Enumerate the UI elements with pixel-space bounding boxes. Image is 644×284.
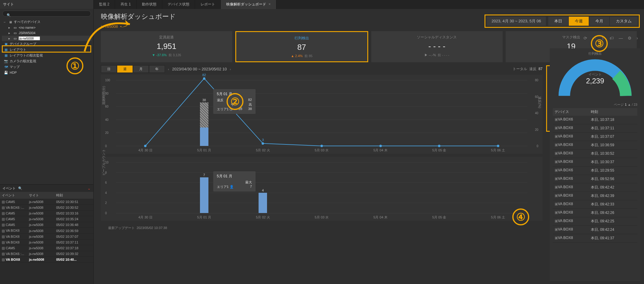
event-row[interactable]: CAM5js-rw500805/02 10:35:24 <box>0 216 93 222</box>
event-row[interactable]: VA BOX8js-rw500805/02 10:37:07 <box>0 234 93 239</box>
range-next-icon[interactable]: › <box>230 67 231 71</box>
sidebar: サイト 🔍 − 🖥 すべてのデバイス ▸ ▭ <no name> ▸ ▭ JSR… <box>0 0 94 284</box>
tree-label: マップ <box>10 65 20 69</box>
line-point[interactable] <box>320 145 323 147</box>
tree-item-jsrw5008[interactable]: ▸ ▭ <box>2 36 92 41</box>
expand-icon[interactable]: ▸ <box>8 37 11 40</box>
chevron-down-icon[interactable]: ⌄ <box>87 186 91 191</box>
y-tick: 0 <box>105 211 107 215</box>
live-row[interactable]: ▣VA BOX8本日, 09:42:33 <box>553 200 637 209</box>
gear-icon[interactable]: ⚙ <box>628 36 632 40</box>
collapse-icon[interactable]: − <box>4 20 7 24</box>
minimize-icon[interactable]: — <box>619 36 623 40</box>
col-event[interactable]: イベント <box>0 192 27 199</box>
expand-icon[interactable]: ▸ <box>8 31 11 35</box>
export-icon[interactable]: ⇪ <box>601 36 605 40</box>
chevron-icon[interactable]: › <box>636 36 638 40</box>
live-row[interactable]: ▣VA BOX6本日, 10:29:55 <box>553 166 637 175</box>
live-row[interactable]: ▣VA BOX8本日, 10:30:37 <box>553 158 637 166</box>
tree-item-layout[interactable]: ▦ レイアウト <box>2 47 92 53</box>
tree-rename-input[interactable] <box>19 37 40 40</box>
server-icon: ▭ <box>13 31 18 35</box>
live-table[interactable]: ▣VA BOX6本日, 10:37:18▣VA BOX8本日, 10:37:11… <box>553 116 637 278</box>
live-row[interactable]: ▣VA BOX8本日, 09:41:37 <box>553 234 637 243</box>
more-icon[interactable]: ⋯ <box>592 36 596 40</box>
expand-icon[interactable]: ▸ <box>8 26 11 30</box>
pager-up-icon[interactable]: ▲ <box>628 103 631 106</box>
event-row[interactable]: CAM5js-rw500805/02 10:37:18 <box>0 245 93 251</box>
live-row[interactable]: ▣VA BOX8本日, 10:37:07 <box>553 133 637 141</box>
line-point[interactable] <box>144 145 147 147</box>
bar[interactable] <box>259 193 267 213</box>
device-icon: ▣ <box>555 236 558 240</box>
close-icon[interactable]: × <box>269 2 271 6</box>
tab-再生 1[interactable]: 再生 1 <box>115 0 137 9</box>
tree-item-noname[interactable]: ▸ ▭ <no name> <box>2 25 92 30</box>
event-row[interactable]: VA BOX6 :...js-rw500805/02 10:30:52 <box>0 205 93 211</box>
kpi-title: 定員超過 <box>104 35 229 40</box>
date-seg-今月[interactable]: 今月 <box>589 17 609 26</box>
live-row[interactable]: ▣VA BOX8本日, 09:42:42 <box>553 183 637 192</box>
date-seg-カスタム[interactable]: カスタム <box>610 17 638 26</box>
refresh-icon[interactable]: ⟳ <box>584 36 587 40</box>
live-row[interactable]: ▣VA BOX8本日, 09:42:25 <box>553 217 637 226</box>
line-point[interactable] <box>203 77 205 80</box>
date-seg-今週[interactable]: 今週 <box>569 17 589 26</box>
live-row[interactable]: ▣VA BOX6本日, 10:37:18 <box>553 116 637 124</box>
tab-映像解析ダッシュボード[interactable]: 映像解析ダッシュボード× <box>221 0 276 9</box>
sidebar-search-input[interactable] <box>2 11 91 17</box>
period-btn-年[interactable]: 年 <box>149 65 165 73</box>
tab-動作状態[interactable]: 動作状態 <box>137 0 162 9</box>
event-row[interactable]: VA BOX6 :...js-rw500805/02 10:39:32 <box>0 251 93 257</box>
date-seg-本日[interactable]: 本日 <box>548 17 568 26</box>
tree-root[interactable]: − 🖥 すべてのデバイス <box>2 19 92 25</box>
kpi-card[interactable]: 行列検出 87 ▲ 2.4% 前 85 <box>235 31 369 62</box>
event-row[interactable]: VA BOX8js-rw500805/02 10:40... <box>0 257 93 262</box>
range-prev-icon[interactable]: ‹ <box>168 67 169 71</box>
event-row[interactable]: CAM5js-rw500805/02 10:36:48 <box>0 222 93 228</box>
bar[interactable] <box>200 127 208 146</box>
event-row[interactable]: CAM5js-rw500805/02 10:33:16 <box>0 211 93 216</box>
col-time[interactable]: 時刻 <box>591 109 598 115</box>
live-row[interactable]: ▣VA BOX8本日, 10:36:59 <box>553 141 637 150</box>
event-row[interactable]: VA BOX8js-rw500805/02 10:37:11 <box>0 239 93 245</box>
period-btn-週[interactable]: 週 <box>117 65 133 73</box>
hdd-icon: 💾 <box>4 70 8 75</box>
date-range-display[interactable]: 2023, 4月 30 ~ 2023, 5月 06 <box>487 17 546 26</box>
tree-item-layout-seq[interactable]: ▦ レイアウトの順次監視 <box>2 53 92 58</box>
kpi-card[interactable]: 定員超過 1,951 ▼ -37.6% 前 3,126 <box>101 31 232 62</box>
tab-レポート[interactable]: レポート <box>195 0 221 9</box>
live-row[interactable]: ▣VA BOX8本日, 09:42:24 <box>553 226 637 234</box>
col-time[interactable]: 時刻 <box>54 192 93 199</box>
tab-監視 2[interactable]: 監視 2 <box>94 0 115 9</box>
search-icon[interactable]: 🔍 <box>18 186 22 190</box>
live-row[interactable]: ▣VA BOX8本日, 10:37:11 <box>553 124 637 133</box>
tag-icon[interactable]: 🏷 <box>610 36 614 40</box>
live-row[interactable]: ▣VA BOX8本日, 09:42:39 <box>553 192 637 200</box>
line-point[interactable] <box>262 142 264 145</box>
group-icon: ▣ <box>4 42 8 46</box>
period-btn-月[interactable]: 月 <box>133 65 149 73</box>
tree-item-hdp[interactable]: 💾 HDP <box>2 70 92 75</box>
live-row[interactable]: ▣VA BOX6本日, 09:52:56 <box>553 175 637 183</box>
x-tick: 5月 05 金 <box>410 148 469 153</box>
line-point[interactable] <box>379 145 382 147</box>
update-value: 2023/05/02 10:37:38 <box>137 226 167 230</box>
tree-item-group[interactable]: ▣ デバイスグループ <box>2 41 92 47</box>
live-row[interactable]: ▣VA BOX8本日, 09:42:26 <box>553 209 637 217</box>
event-row[interactable]: VA BOX8js-rw500805/02 10:36:59 <box>0 228 93 234</box>
tree-item-jsrw5004[interactable]: ▸ ▭ JSRW5004 <box>2 30 92 36</box>
tab-デバイス状態[interactable]: デバイス状態 <box>162 0 195 9</box>
bar[interactable] <box>200 102 208 127</box>
tree-item-map[interactable]: 🗺 マップ <box>2 64 92 70</box>
col-site[interactable]: サイト <box>27 192 54 199</box>
line-point[interactable] <box>438 145 440 147</box>
live-row[interactable]: ▣VA BOX8本日, 10:30:52 <box>553 150 637 158</box>
bar[interactable] <box>200 177 208 213</box>
kpi-card[interactable]: ソーシャルディスタンス - - - - ▶ --.-% 前 - - - - <box>371 31 503 62</box>
col-device[interactable]: デバイス <box>555 109 591 115</box>
period-btn-日[interactable]: 日 <box>101 65 117 73</box>
tree-item-camera-seq[interactable]: 📷 カメラの順次監視 <box>2 58 92 64</box>
line-point[interactable] <box>497 145 499 147</box>
event-row[interactable]: CAM5js-rw500805/02 10:30:51 <box>0 199 93 205</box>
